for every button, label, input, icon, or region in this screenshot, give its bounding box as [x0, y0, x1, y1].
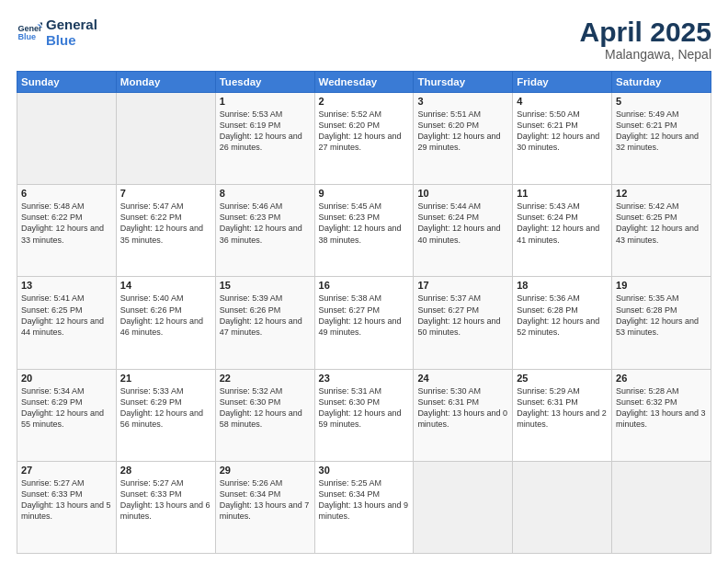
day-info: Sunrise: 5:49 AMSunset: 6:21 PMDaylight:… — [616, 109, 707, 154]
day-number: 30 — [319, 465, 410, 476]
table-row: 23Sunrise: 5:31 AMSunset: 6:30 PMDayligh… — [314, 369, 414, 461]
table-row: 17Sunrise: 5:37 AMSunset: 6:27 PMDayligh… — [414, 277, 513, 369]
page-subtitle: Malangawa, Nepal — [580, 47, 711, 62]
table-row: 20Sunrise: 5:34 AMSunset: 6:29 PMDayligh… — [17, 369, 117, 461]
table-row: 25Sunrise: 5:29 AMSunset: 6:31 PMDayligh… — [513, 369, 612, 461]
page-title: April 2025 — [580, 17, 711, 47]
day-number: 22 — [220, 373, 311, 384]
table-row: 28Sunrise: 5:27 AMSunset: 6:33 PMDayligh… — [116, 461, 215, 553]
logo: General Blue General Blue — [17, 17, 97, 49]
day-info: Sunrise: 5:25 AMSunset: 6:34 PMDaylight:… — [319, 477, 410, 523]
day-info: Sunrise: 5:40 AMSunset: 6:26 PMDaylight:… — [120, 293, 211, 338]
table-row: 18Sunrise: 5:36 AMSunset: 6:28 PMDayligh… — [513, 277, 612, 369]
day-info: Sunrise: 5:39 AMSunset: 6:26 PMDaylight:… — [220, 293, 311, 338]
day-number: 5 — [616, 96, 707, 107]
day-number: 14 — [120, 280, 211, 291]
table-row: 24Sunrise: 5:30 AMSunset: 6:31 PMDayligh… — [414, 369, 513, 461]
day-number: 28 — [120, 465, 211, 476]
day-info: Sunrise: 5:51 AMSunset: 6:20 PMDaylight:… — [417, 109, 508, 154]
day-number: 4 — [517, 96, 608, 107]
table-row: 4Sunrise: 5:50 AMSunset: 6:21 PMDaylight… — [513, 93, 612, 185]
day-info: Sunrise: 5:37 AMSunset: 6:27 PMDaylight:… — [417, 293, 508, 338]
table-row: 30Sunrise: 5:25 AMSunset: 6:34 PMDayligh… — [314, 461, 414, 553]
table-row: 10Sunrise: 5:44 AMSunset: 6:24 PMDayligh… — [414, 185, 513, 277]
day-number: 20 — [21, 373, 112, 384]
table-row: 11Sunrise: 5:43 AMSunset: 6:24 PMDayligh… — [513, 185, 612, 277]
day-number: 25 — [517, 373, 608, 384]
day-number: 13 — [21, 280, 112, 291]
day-info: Sunrise: 5:46 AMSunset: 6:23 PMDaylight:… — [220, 201, 311, 246]
table-row: 3Sunrise: 5:51 AMSunset: 6:20 PMDaylight… — [414, 93, 513, 185]
calendar-table: Sunday Monday Tuesday Wednesday Thursday… — [17, 71, 711, 554]
col-thursday: Thursday — [414, 72, 513, 93]
day-number: 27 — [21, 465, 112, 476]
day-info: Sunrise: 5:27 AMSunset: 6:33 PMDaylight:… — [21, 477, 112, 523]
day-info: Sunrise: 5:53 AMSunset: 6:19 PMDaylight:… — [220, 109, 311, 154]
table-row: 14Sunrise: 5:40 AMSunset: 6:26 PMDayligh… — [116, 277, 215, 369]
table-row: 6Sunrise: 5:48 AMSunset: 6:22 PMDaylight… — [17, 185, 117, 277]
day-info: Sunrise: 5:27 AMSunset: 6:33 PMDaylight:… — [120, 477, 211, 523]
col-wednesday: Wednesday — [314, 72, 414, 93]
day-info: Sunrise: 5:34 AMSunset: 6:29 PMDaylight:… — [21, 385, 112, 431]
day-number: 8 — [220, 188, 311, 199]
day-info: Sunrise: 5:26 AMSunset: 6:34 PMDaylight:… — [220, 477, 311, 523]
logo-line1: General — [46, 17, 97, 32]
day-info: Sunrise: 5:36 AMSunset: 6:28 PMDaylight:… — [517, 293, 608, 338]
table-row: 1Sunrise: 5:53 AMSunset: 6:19 PMDaylight… — [215, 93, 314, 185]
table-row: 13Sunrise: 5:41 AMSunset: 6:25 PMDayligh… — [17, 277, 117, 369]
day-info: Sunrise: 5:29 AMSunset: 6:31 PMDaylight:… — [517, 385, 608, 431]
table-row: 21Sunrise: 5:33 AMSunset: 6:29 PMDayligh… — [116, 369, 215, 461]
col-tuesday: Tuesday — [215, 72, 314, 93]
table-row: 7Sunrise: 5:47 AMSunset: 6:22 PMDaylight… — [116, 185, 215, 277]
day-info: Sunrise: 5:52 AMSunset: 6:20 PMDaylight:… — [319, 109, 410, 154]
day-info: Sunrise: 5:50 AMSunset: 6:21 PMDaylight:… — [517, 109, 608, 154]
table-row: 29Sunrise: 5:26 AMSunset: 6:34 PMDayligh… — [215, 461, 314, 553]
day-info: Sunrise: 5:30 AMSunset: 6:31 PMDaylight:… — [417, 385, 508, 431]
day-info: Sunrise: 5:43 AMSunset: 6:24 PMDaylight:… — [517, 201, 608, 246]
table-row: 16Sunrise: 5:38 AMSunset: 6:27 PMDayligh… — [314, 277, 414, 369]
day-info: Sunrise: 5:45 AMSunset: 6:23 PMDaylight:… — [319, 201, 410, 246]
day-number: 19 — [616, 280, 707, 291]
table-row: 2Sunrise: 5:52 AMSunset: 6:20 PMDaylight… — [314, 93, 414, 185]
logo-icon: General Blue — [17, 19, 42, 45]
table-row: 19Sunrise: 5:35 AMSunset: 6:28 PMDayligh… — [612, 277, 711, 369]
table-row — [513, 461, 612, 553]
day-number: 29 — [220, 465, 311, 476]
col-saturday: Saturday — [612, 72, 711, 93]
table-row — [17, 93, 117, 185]
day-number: 21 — [120, 373, 211, 384]
table-row: 26Sunrise: 5:28 AMSunset: 6:32 PMDayligh… — [612, 369, 711, 461]
day-info: Sunrise: 5:38 AMSunset: 6:27 PMDaylight:… — [319, 293, 410, 338]
day-info: Sunrise: 5:48 AMSunset: 6:22 PMDaylight:… — [21, 201, 112, 246]
day-info: Sunrise: 5:35 AMSunset: 6:28 PMDaylight:… — [616, 293, 707, 338]
day-number: 9 — [319, 188, 410, 199]
day-number: 11 — [517, 188, 608, 199]
logo-line2: Blue — [46, 32, 97, 48]
title-block: April 2025 Malangawa, Nepal — [580, 17, 711, 62]
col-friday: Friday — [513, 72, 612, 93]
day-number: 2 — [319, 96, 410, 107]
day-number: 23 — [319, 373, 410, 384]
day-number: 10 — [417, 188, 508, 199]
day-number: 3 — [417, 96, 508, 107]
table-row: 5Sunrise: 5:49 AMSunset: 6:21 PMDaylight… — [612, 93, 711, 185]
table-row: 27Sunrise: 5:27 AMSunset: 6:33 PMDayligh… — [17, 461, 117, 553]
day-number: 17 — [417, 280, 508, 291]
day-number: 26 — [616, 373, 707, 384]
day-info: Sunrise: 5:44 AMSunset: 6:24 PMDaylight:… — [417, 201, 508, 246]
day-number: 12 — [616, 188, 707, 199]
day-info: Sunrise: 5:31 AMSunset: 6:30 PMDaylight:… — [319, 385, 410, 431]
col-monday: Monday — [116, 72, 215, 93]
day-number: 6 — [21, 188, 112, 199]
day-number: 1 — [220, 96, 311, 107]
table-row: 22Sunrise: 5:32 AMSunset: 6:30 PMDayligh… — [215, 369, 314, 461]
table-row — [612, 461, 711, 553]
day-info: Sunrise: 5:28 AMSunset: 6:32 PMDaylight:… — [616, 385, 707, 431]
table-row: 8Sunrise: 5:46 AMSunset: 6:23 PMDaylight… — [215, 185, 314, 277]
table-row: 15Sunrise: 5:39 AMSunset: 6:26 PMDayligh… — [215, 277, 314, 369]
day-info: Sunrise: 5:42 AMSunset: 6:25 PMDaylight:… — [616, 201, 707, 246]
day-number: 15 — [220, 280, 311, 291]
day-info: Sunrise: 5:33 AMSunset: 6:29 PMDaylight:… — [120, 385, 211, 431]
day-number: 24 — [417, 373, 508, 384]
table-row: 9Sunrise: 5:45 AMSunset: 6:23 PMDaylight… — [314, 185, 414, 277]
